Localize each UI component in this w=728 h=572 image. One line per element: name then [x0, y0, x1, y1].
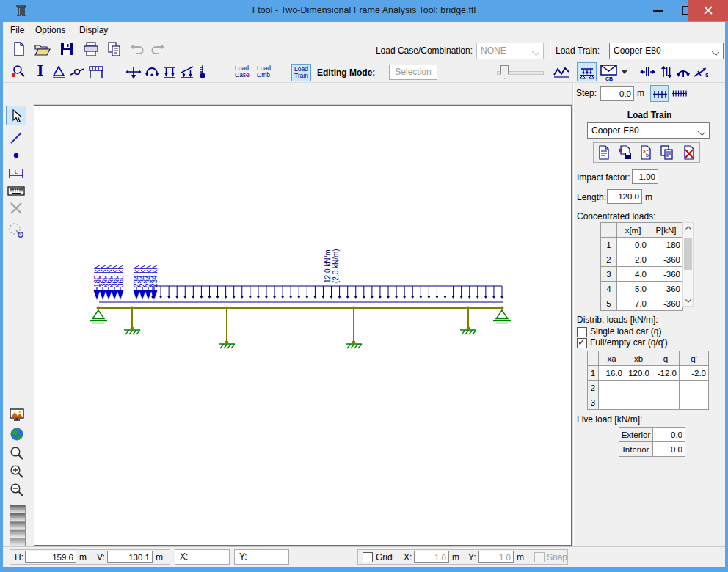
menu-file[interactable]: File — [10, 25, 24, 35]
table-cell[interactable]: -360 — [649, 252, 683, 267]
results-slider-thumb[interactable] — [500, 65, 509, 79]
supports-icon[interactable] — [51, 64, 67, 80]
grid-y-input[interactable] — [478, 551, 514, 563]
node-tool[interactable] — [9, 148, 23, 163]
table-cell[interactable]: -2.0 — [680, 366, 709, 381]
v-input[interactable] — [107, 551, 153, 563]
table-cell[interactable]: 4.0 — [617, 267, 649, 282]
load-train-button[interactable]: LoadTrain — [291, 64, 311, 81]
table-cell[interactable]: 7.0 — [617, 296, 649, 311]
length-input[interactable] — [607, 189, 642, 204]
structure-nodes[interactable] — [97, 307, 504, 345]
minimize-button[interactable] — [653, 10, 663, 12]
new-file-icon[interactable] — [11, 41, 27, 57]
table-cell[interactable]: -12.0 — [652, 366, 680, 381]
table-cell[interactable] — [680, 395, 709, 410]
table-cell[interactable]: -360 — [649, 296, 683, 311]
zoom-in-tool[interactable] — [9, 463, 25, 480]
scroll-down-icon[interactable] — [685, 299, 691, 303]
redo-icon[interactable] — [150, 43, 165, 56]
open-file-icon[interactable] — [34, 41, 51, 57]
moment-load-icon[interactable] — [144, 64, 160, 80]
table-cell[interactable] — [599, 381, 625, 395]
grid-checkbox[interactable] — [363, 552, 373, 562]
hinge-icon[interactable] — [69, 64, 85, 80]
conc-table-scrollbar[interactable] — [682, 222, 694, 307]
copy-icon[interactable] — [106, 41, 123, 57]
shrink-scale-tool[interactable] — [10, 505, 26, 548]
select-tool[interactable] — [6, 106, 26, 125]
drawing-canvas[interactable]: 180 kN360 kN360 kN360 kN360 kN234 kN234 … — [34, 105, 572, 546]
fit-screen-tool[interactable] — [9, 408, 25, 422]
globe-tool[interactable] — [9, 426, 25, 442]
zoom-out-tool[interactable] — [9, 482, 25, 498]
envelope-dropdown-caret[interactable] — [622, 70, 627, 74]
table-cell[interactable] — [680, 381, 709, 395]
frame-icon[interactable] — [87, 64, 105, 80]
close-button[interactable] — [688, 0, 728, 21]
table-cell[interactable] — [652, 395, 680, 410]
save-icon[interactable] — [59, 41, 75, 57]
table-cell[interactable] — [625, 395, 652, 410]
envelope-cb-icon[interactable]: CB — [600, 63, 619, 81]
scale-s-icon[interactable]: S — [692, 64, 708, 80]
load-train-name-select[interactable]: Cooper-E80 — [587, 122, 710, 139]
influence-line-icon[interactable] — [553, 64, 570, 80]
move-vertical-icon[interactable] — [658, 64, 674, 80]
undo-icon[interactable] — [130, 43, 145, 56]
table-cell[interactable] — [652, 381, 680, 395]
full-empty-car-checkbox[interactable] — [577, 338, 587, 348]
table-cell[interactable]: -180 — [649, 238, 683, 252]
inquire-icon[interactable] — [10, 64, 26, 80]
pier-columns[interactable] — [132, 308, 468, 342]
step-fine-button[interactable] — [670, 85, 689, 102]
table-cell[interactable] — [625, 381, 652, 395]
step-coarse-button[interactable] — [650, 85, 669, 102]
load-cmb-button[interactable]: LoadCmb — [257, 65, 271, 78]
load-case-combination-select[interactable]: NONE — [476, 43, 544, 59]
table-cell[interactable]: 0.0 — [653, 428, 685, 442]
table-cell[interactable]: -360 — [649, 267, 683, 282]
table-cell[interactable]: -360 — [649, 282, 683, 296]
move-horizontal-icon[interactable] — [639, 64, 655, 80]
table-cell[interactable]: 2.0 — [617, 252, 649, 267]
load-train-select[interactable]: Cooper-E80 — [609, 43, 724, 59]
train-copy-button[interactable] — [660, 145, 674, 160]
menu-options[interactable]: Options — [35, 25, 65, 35]
member-tool[interactable] — [9, 131, 23, 145]
delete-tool[interactable] — [9, 201, 23, 216]
menu-display[interactable]: Display — [79, 25, 108, 35]
table-cell[interactable]: 16.0 — [599, 366, 625, 381]
print-icon[interactable] — [82, 41, 100, 57]
scroll-up-icon[interactable] — [685, 226, 691, 230]
train-delete-button[interactable] — [682, 145, 696, 160]
table-cell[interactable] — [599, 395, 625, 410]
table-cell[interactable]: 120.0 — [625, 366, 652, 381]
keyboard-tool[interactable] — [7, 183, 25, 198]
h-input[interactable] — [25, 551, 76, 563]
load-train-position-button[interactable] — [577, 62, 597, 81]
scroll-thumb[interactable] — [684, 238, 692, 270]
table-cell[interactable]: 5.0 — [617, 282, 649, 296]
impact-factor-input[interactable] — [632, 169, 658, 184]
grid-x-input[interactable] — [414, 551, 449, 563]
linear-load-icon[interactable] — [179, 64, 195, 80]
train-new-button[interactable] — [597, 145, 611, 160]
snap-checkbox[interactable] — [534, 552, 545, 562]
transform-tool[interactable] — [7, 221, 25, 239]
dimension-tool[interactable]: L — [8, 166, 24, 182]
load-case-button[interactable]: LoadCase — [235, 65, 250, 78]
section-properties-icon[interactable]: I — [32, 62, 48, 80]
distributed-load-icon[interactable] — [161, 64, 178, 80]
train-save-button[interactable] — [619, 145, 632, 160]
train-rename-button[interactable]: ab — [639, 145, 652, 160]
rotate-icon[interactable] — [675, 64, 691, 80]
nodal-load-icon[interactable] — [125, 64, 142, 80]
table-cell[interactable]: 0.0 — [653, 442, 685, 457]
table-cell[interactable]: 0.0 — [617, 238, 649, 252]
step-input[interactable] — [600, 86, 634, 101]
temperature-icon[interactable] — [197, 64, 208, 80]
zoom-window-tool[interactable] — [9, 445, 25, 461]
single-load-car-checkbox[interactable] — [577, 327, 587, 337]
length-label: Length: — [577, 192, 606, 202]
